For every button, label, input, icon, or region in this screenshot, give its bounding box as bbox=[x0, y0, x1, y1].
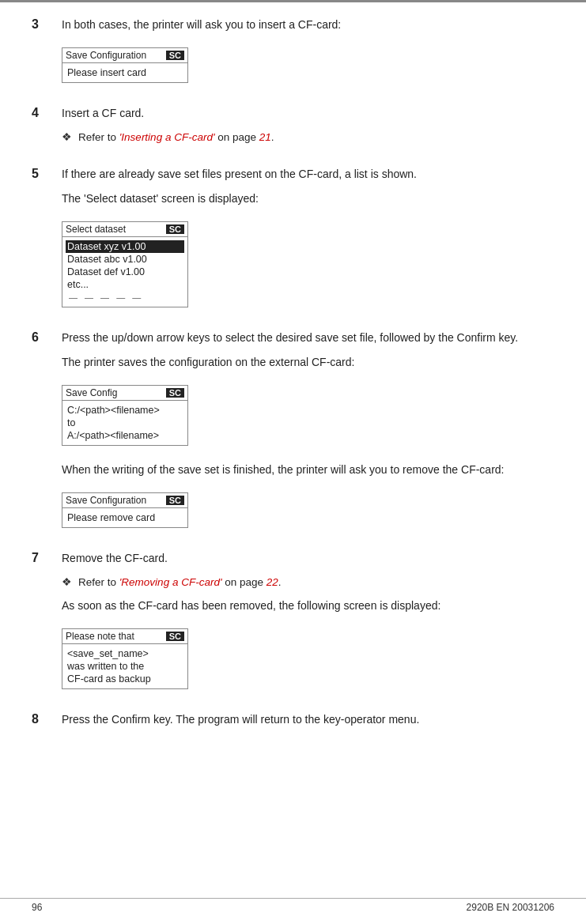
step-4-text: Insert a CF card. bbox=[62, 105, 554, 122]
step-6-text1: Press the up/down arrow keys to select t… bbox=[62, 330, 554, 346]
bullet-7-page: 22 bbox=[267, 576, 278, 588]
bullet-diamond-7: ❖ bbox=[62, 575, 72, 588]
bullet-7-link: 'Removing a CF-card' bbox=[119, 576, 222, 588]
screen-row-0: Dataset xyz v1.00 bbox=[66, 240, 184, 253]
screen-dash-row: — — — — — bbox=[66, 291, 184, 304]
step-3-body: In both cases, the printer will ask you … bbox=[62, 17, 554, 91]
bullet-4-before: Refer to bbox=[78, 131, 119, 143]
step-3-number: 3 bbox=[32, 17, 47, 32]
screen-save-body: C:/<path><filename> to A:/<path><filenam… bbox=[62, 401, 187, 445]
step-3-text: In both cases, the printer will ask you … bbox=[62, 17, 554, 33]
screen-remove-sc: SC bbox=[166, 496, 184, 505]
step-7-bullet-text: Refer to 'Removing a CF-card' on page 22… bbox=[78, 575, 282, 590]
step-4-number: 4 bbox=[32, 106, 47, 120]
step-5-text2: The 'Select dataset' screen is displayed… bbox=[62, 190, 554, 207]
bullet-diamond-4: ❖ bbox=[62, 130, 72, 143]
step-4-bullet: ❖ Refer to 'Inserting a CF-card' on page… bbox=[62, 130, 554, 145]
screen-select-dataset: Select dataset SC Dataset xyz v1.00 Data… bbox=[62, 221, 188, 307]
screen-row-2: Dataset def v1.00 bbox=[66, 266, 184, 278]
screen-note-body: <save_set_name> was written to the CF-ca… bbox=[62, 644, 187, 688]
bullet-4-page: 21 bbox=[259, 131, 271, 143]
screen-remove-title: Save Configuration bbox=[66, 495, 146, 506]
screen-select-sc: SC bbox=[166, 224, 184, 234]
screen-remove-body: Please remove card bbox=[62, 508, 187, 527]
bullet-4-period: . bbox=[271, 131, 274, 143]
step-7-bullet: ❖ Refer to 'Removing a CF-card' on page … bbox=[62, 575, 554, 590]
screen-note-written: Please note that SC <save_set_name> was … bbox=[62, 628, 188, 689]
screen-remove-line: Please remove card bbox=[66, 511, 184, 524]
page-content: 3 In both cases, the printer will ask yo… bbox=[0, 2, 586, 782]
bullet-7-period: . bbox=[278, 576, 282, 588]
screen-remove-header: Save Configuration SC bbox=[62, 493, 187, 508]
screen-row-3: etc... bbox=[66, 278, 184, 291]
screen-note-line1: was written to the bbox=[66, 660, 184, 673]
screen-select-body: Dataset xyz v1.00 Dataset abc v1.00 Data… bbox=[62, 237, 187, 307]
step-8-text: Press the Confirm key. The program will … bbox=[62, 711, 554, 728]
screen-note-header: Please note that SC bbox=[62, 629, 187, 644]
footer-doc-id: 2920B EN 20031206 bbox=[467, 902, 554, 913]
step-8-number: 8 bbox=[32, 712, 47, 726]
screen-note-line0: <save_set_name> bbox=[66, 647, 184, 660]
screen-note-line2: CF-card as backup bbox=[66, 673, 184, 685]
step-7-row: 7 Remove the CF-card. ❖ Refer to 'Removi… bbox=[32, 550, 554, 696]
screen-save-line2: A:/<path><filename> bbox=[66, 429, 184, 442]
screen-save-header: Save Config SC bbox=[62, 386, 187, 401]
screen-insert-sc: SC bbox=[166, 51, 184, 60]
screen-insert-body: Please insert card bbox=[62, 63, 187, 82]
screen-insert-title: Save Configuration bbox=[66, 50, 146, 61]
step-8-row: 8 Press the Confirm key. The program wil… bbox=[32, 711, 554, 736]
screen-select-header: Select dataset SC bbox=[62, 222, 187, 237]
footer-page-number: 96 bbox=[32, 902, 42, 913]
bullet-4-after: on page bbox=[214, 131, 259, 143]
step-7-number: 7 bbox=[32, 551, 47, 565]
bullet-4-link: 'Inserting a CF-card' bbox=[119, 131, 215, 143]
screen-row-1: Dataset abc v1.00 bbox=[66, 253, 184, 266]
step-6-text2: The printer saves the configuration on t… bbox=[62, 354, 554, 371]
screen-save-title: Save Config bbox=[66, 387, 117, 398]
step-4-bullet-text: Refer to 'Inserting a CF-card' on page 2… bbox=[78, 130, 274, 145]
screen-save-line1: to bbox=[66, 417, 184, 429]
screen-remove-card: Save Configuration SC Please remove card bbox=[62, 492, 188, 528]
step-7-text2: As soon as the CF-card has been removed,… bbox=[62, 598, 554, 614]
step-8-body: Press the Confirm key. The program will … bbox=[62, 711, 554, 736]
screen-note-sc: SC bbox=[166, 632, 184, 641]
step-5-number: 5 bbox=[32, 167, 47, 181]
bullet-7-before: Refer to bbox=[78, 576, 119, 588]
screen-save-line0: C:/<path><filename> bbox=[66, 404, 184, 417]
screen-insert-card: Save Configuration SC Please insert card bbox=[62, 47, 188, 83]
screen-note-title: Please note that bbox=[66, 631, 134, 642]
screen-save-sc: SC bbox=[166, 388, 184, 398]
step-6-number: 6 bbox=[32, 330, 47, 345]
step-6-body: Press the up/down arrow keys to select t… bbox=[62, 330, 554, 536]
step-4-row: 4 Insert a CF card. ❖ Refer to 'Insertin… bbox=[32, 105, 554, 152]
page-footer: 96 2920B EN 20031206 bbox=[0, 898, 586, 916]
screen-select-title: Select dataset bbox=[66, 224, 126, 235]
step-5-body: If there are already save set files pres… bbox=[62, 166, 554, 315]
bullet-7-after: on page bbox=[221, 576, 266, 588]
step-3-row: 3 In both cases, the printer will ask yo… bbox=[32, 17, 554, 91]
step-6-row: 6 Press the up/down arrow keys to select… bbox=[32, 330, 554, 536]
step-4-body: Insert a CF card. ❖ Refer to 'Inserting … bbox=[62, 105, 554, 152]
step-5-row: 5 If there are already save set files pr… bbox=[32, 166, 554, 315]
step-5-text1: If there are already save set files pres… bbox=[62, 166, 554, 183]
screen-insert-line: Please insert card bbox=[66, 66, 184, 79]
screen-save-config: Save Config SC C:/<path><filename> to A:… bbox=[62, 385, 188, 446]
step-6-text3: When the writing of the save set is fini… bbox=[62, 462, 554, 478]
step-7-body: Remove the CF-card. ❖ Refer to 'Removing… bbox=[62, 550, 554, 696]
screen-insert-header: Save Configuration SC bbox=[62, 48, 187, 63]
step-7-text: Remove the CF-card. bbox=[62, 550, 554, 567]
